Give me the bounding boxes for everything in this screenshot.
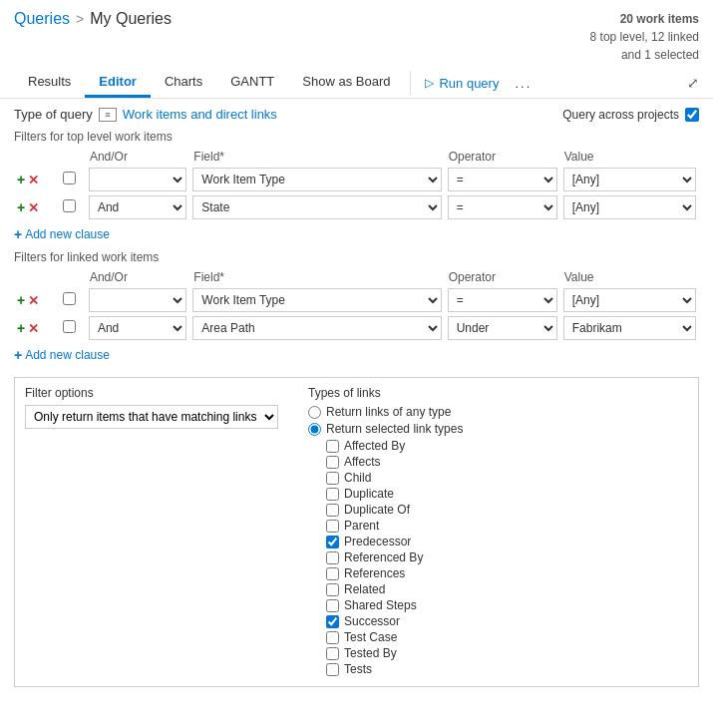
linked-row1-checkbox[interactable] — [63, 292, 76, 305]
breadcrumb-separator: > — [76, 11, 84, 27]
link-type-duplicate-checkbox[interactable] — [326, 488, 339, 501]
top-add-clause[interactable]: + Add new clause — [14, 226, 110, 242]
link-type-predecessor-label: Predecessor — [344, 535, 411, 548]
type-of-query-left: Type of query ≡ Work items and direct li… — [14, 107, 277, 122]
work-items-detail1: 8 top level, 12 linked — [590, 28, 699, 46]
top-row2-andor-select[interactable]: And Or — [89, 195, 186, 219]
linked-row1-andor-select[interactable] — [89, 288, 186, 312]
linked-row1-field-select[interactable]: Work Item Type Area PathState — [192, 288, 441, 312]
radio-selected-types: Return selected link types — [308, 422, 688, 436]
top-andor-header: And/Or — [86, 148, 189, 166]
query-type-value[interactable]: Work items and direct links — [123, 107, 277, 122]
link-type-sharedsteps-checkbox[interactable] — [326, 599, 339, 612]
expand-button[interactable]: ⤢ — [687, 75, 699, 91]
link-type-duplicateof-checkbox[interactable] — [326, 504, 339, 517]
radio-selected-types-label: Return selected link types — [326, 422, 463, 436]
linked-andor-header: And/Or — [86, 268, 189, 286]
top-row2-add[interactable]: + — [17, 199, 25, 215]
top-filter-row: + ✕ And Or Work Item Type State TitleAr — [14, 193, 699, 221]
top-value-header: Value — [560, 148, 699, 166]
link-type-affects-label: Affects — [344, 455, 380, 469]
linked-filter-row: + ✕ Work Item Type Area PathState — [14, 286, 699, 314]
link-type-affectedby: Affected By — [326, 439, 688, 453]
tab-results[interactable]: Results — [14, 68, 85, 98]
linked-row2-operator-select[interactable]: = Under Not Under — [448, 316, 557, 340]
link-type-sharedsteps: Shared Steps — [326, 598, 688, 612]
link-type-testcase-checkbox[interactable] — [326, 631, 339, 644]
top-row1-field-select[interactable]: Work Item Type StateTitleArea Path — [192, 168, 441, 191]
linked-row1-operator-select[interactable]: = — [448, 288, 557, 312]
linked-add-plus-icon: + — [14, 347, 22, 363]
tab-board[interactable]: Show as Board — [288, 68, 404, 98]
filter-options-left: Filter options Only return items that ha… — [25, 386, 278, 678]
link-type-testcase: Test Case — [326, 630, 688, 644]
link-type-duplicate: Duplicate — [326, 487, 688, 501]
linked-row2-value-select[interactable]: Fabrikam Contoso — [563, 316, 696, 340]
filter-options-box: Filter options Only return items that ha… — [14, 377, 699, 687]
top-filter-row: + ✕ Work Item Type StateTitleArea Path — [14, 166, 699, 193]
top-field-header: Field* — [189, 148, 444, 166]
tab-charts[interactable]: Charts — [151, 68, 216, 98]
radio-any-type-input[interactable] — [308, 406, 321, 419]
linked-field-header: Field* — [189, 268, 444, 286]
top-row2-field-select[interactable]: Work Item Type State TitleArea Path — [192, 195, 441, 219]
top-operator-header: Operator — [445, 148, 560, 166]
linked-row2-field-select[interactable]: Work Item Type Area Path State — [192, 316, 441, 340]
link-type-referencedby-checkbox[interactable] — [326, 551, 339, 564]
query-across-label: Query across projects — [562, 108, 679, 122]
linked-row2-andor-select[interactable]: And Or — [89, 316, 186, 340]
link-type-testedby-label: Tested By — [344, 646, 397, 660]
link-type-parent-label: Parent — [344, 519, 379, 533]
linked-row1-add[interactable]: + — [17, 292, 25, 308]
run-icon: ▷ — [425, 76, 434, 90]
header: Queries > My Queries 20 work items 8 top… — [0, 0, 713, 68]
top-row2-checkbox[interactable] — [63, 199, 76, 212]
top-level-section-label: Filters for top level work items — [14, 130, 699, 144]
linked-filter-row: + ✕ And Or Work Item Type Area Path Sta — [14, 314, 699, 342]
linked-row2-add[interactable]: + — [17, 320, 25, 336]
tab-editor[interactable]: Editor — [85, 68, 151, 98]
radio-any-type: Return links of any type — [308, 405, 688, 419]
linked-row2-remove[interactable]: ✕ — [28, 321, 39, 336]
link-type-references-checkbox[interactable] — [326, 567, 339, 580]
types-of-links-title: Types of links — [308, 386, 688, 400]
top-row1-value-select[interactable]: [Any] — [563, 168, 696, 191]
link-type-related-checkbox[interactable] — [326, 583, 339, 596]
link-type-predecessor: Predecessor — [326, 535, 688, 548]
linked-row2-checkbox[interactable] — [63, 320, 76, 333]
content-area: Type of query ≡ Work items and direct li… — [0, 99, 713, 695]
link-type-successor-label: Successor — [344, 614, 400, 628]
link-type-child-checkbox[interactable] — [326, 472, 339, 485]
link-type-testedby-checkbox[interactable] — [326, 647, 339, 660]
link-type-tests-checkbox[interactable] — [326, 663, 339, 676]
link-type-successor-checkbox[interactable] — [326, 615, 339, 628]
top-row1-checkbox[interactable] — [63, 172, 76, 184]
link-type-testcase-label: Test Case — [344, 630, 397, 644]
tab-gantt[interactable]: GANTT — [216, 68, 288, 98]
link-type-child-label: Child — [344, 471, 371, 485]
top-row1-add[interactable]: + — [17, 172, 25, 187]
filter-options-select[interactable]: Only return items that have matching lin… — [25, 405, 278, 429]
top-row2-remove[interactable]: ✕ — [28, 200, 39, 215]
top-row2-value-select[interactable]: [Any] — [563, 195, 696, 219]
top-row1-remove[interactable]: ✕ — [28, 173, 39, 187]
link-type-affectedby-checkbox[interactable] — [326, 440, 339, 453]
link-type-tests: Tests — [326, 662, 688, 676]
breadcrumb-parent[interactable]: Queries — [14, 10, 70, 28]
linked-add-clause[interactable]: + Add new clause — [14, 347, 110, 363]
top-row2-operator-select[interactable]: = — [448, 195, 557, 219]
work-items-count: 20 work items — [590, 10, 699, 28]
radio-selected-types-input[interactable] — [308, 423, 321, 436]
run-query-button[interactable]: ▷ Run query — [417, 72, 507, 95]
query-across-checkbox[interactable] — [685, 108, 699, 122]
filter-options-title: Filter options — [25, 386, 278, 400]
link-type-predecessor-checkbox[interactable] — [326, 536, 339, 548]
link-type-parent-checkbox[interactable] — [326, 520, 339, 533]
linked-row1-remove[interactable]: ✕ — [28, 293, 39, 308]
link-type-testedby: Tested By — [326, 646, 688, 660]
linked-row1-value-select[interactable]: [Any] — [563, 288, 696, 312]
link-type-affects-checkbox[interactable] — [326, 456, 339, 469]
top-row1-operator-select[interactable]: = — [448, 168, 557, 191]
top-row1-andor-select[interactable] — [89, 168, 186, 191]
more-button[interactable]: ... — [507, 72, 539, 95]
